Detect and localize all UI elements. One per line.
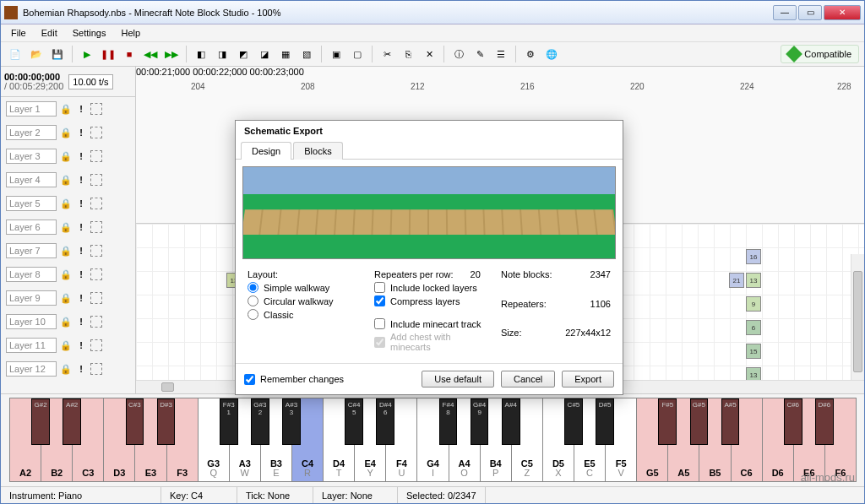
layer-name-input[interactable] bbox=[6, 290, 57, 306]
lock-icon[interactable]: 🔒 bbox=[60, 151, 72, 162]
piano-key-G#3[interactable]: G#3 2 bbox=[251, 398, 269, 445]
solo-icon[interactable]: ! bbox=[75, 151, 87, 161]
deselect-icon[interactable]: ▢ bbox=[348, 45, 367, 63]
edit-icon[interactable]: ✎ bbox=[471, 45, 489, 63]
select-icon[interactable] bbox=[90, 268, 102, 280]
lock-icon[interactable]: 🔒 bbox=[60, 198, 72, 209]
cb-include-locked[interactable]: Include locked layers bbox=[374, 282, 484, 293]
cut-icon[interactable]: ✂ bbox=[378, 45, 396, 63]
select-icon[interactable] bbox=[90, 150, 102, 162]
piano-key-D5[interactable]: D5XC#5 bbox=[542, 398, 574, 482]
select-icon[interactable] bbox=[90, 127, 102, 138]
pause-icon[interactable]: ❚❚ bbox=[99, 45, 117, 63]
select-icon[interactable] bbox=[90, 245, 102, 257]
piano-key-D4[interactable]: D4TC#4 5 bbox=[323, 398, 355, 482]
select-all-icon[interactable]: ▣ bbox=[327, 45, 345, 63]
tab-blocks[interactable]: Blocks bbox=[293, 142, 342, 160]
lock-icon[interactable]: 🔒 bbox=[60, 175, 72, 186]
radio-classic[interactable]: Classic bbox=[248, 309, 357, 320]
piano-key-G#5[interactable]: G#5 bbox=[690, 398, 709, 445]
note-block[interactable]: 13 bbox=[746, 367, 761, 380]
piano-key-D#3[interactable]: D#3 bbox=[157, 398, 176, 445]
solo-icon[interactable]: ! bbox=[75, 293, 87, 303]
piano-key-G4[interactable]: G4IF#4 8 bbox=[416, 398, 449, 482]
info-icon[interactable]: ⓘ bbox=[449, 45, 468, 63]
layer-name-input[interactable] bbox=[6, 219, 57, 235]
select-icon[interactable] bbox=[90, 316, 102, 328]
note-block[interactable]: 15 bbox=[746, 344, 761, 359]
layer-name-input[interactable] bbox=[6, 149, 57, 164]
select-icon[interactable] bbox=[90, 174, 102, 186]
piano-key-D#5[interactable]: D#5 bbox=[596, 398, 614, 445]
solo-icon[interactable]: ! bbox=[75, 175, 87, 185]
forward-icon[interactable]: ▶▶ bbox=[162, 45, 181, 63]
note-block[interactable]: 21 bbox=[729, 273, 744, 288]
solo-icon[interactable]: ! bbox=[75, 104, 87, 114]
lock-icon[interactable]: 🔒 bbox=[60, 246, 72, 257]
tps-box[interactable]: 10.00 t/s bbox=[68, 74, 112, 89]
solo-icon[interactable]: ! bbox=[75, 364, 87, 374]
scrollbar-vertical[interactable] bbox=[851, 254, 864, 380]
note-block[interactable]: 6 bbox=[746, 320, 761, 335]
tool6-icon[interactable]: ▧ bbox=[297, 45, 316, 63]
note-block[interactable]: 13 bbox=[746, 273, 761, 288]
open-icon[interactable]: 📂 bbox=[27, 45, 46, 63]
play-icon[interactable]: ▶ bbox=[78, 45, 96, 63]
tool1-icon[interactable]: ◧ bbox=[192, 45, 210, 63]
maximize-button[interactable]: ▭ bbox=[798, 5, 822, 20]
use-default-button[interactable]: Use default bbox=[422, 371, 494, 387]
globe-icon[interactable]: 🌐 bbox=[542, 45, 561, 63]
solo-icon[interactable]: ! bbox=[75, 222, 87, 232]
menu-edit[interactable]: Edit bbox=[35, 26, 64, 40]
select-icon[interactable] bbox=[90, 292, 102, 304]
minimize-button[interactable]: — bbox=[773, 5, 797, 20]
export-button[interactable]: Export bbox=[562, 371, 614, 387]
select-icon[interactable] bbox=[90, 198, 102, 209]
layer-name-input[interactable] bbox=[6, 125, 57, 140]
solo-icon[interactable]: ! bbox=[75, 317, 87, 327]
piano-key-C#4[interactable]: C#4 5 bbox=[345, 398, 363, 445]
lock-icon[interactable]: 🔒 bbox=[60, 293, 72, 304]
lock-icon[interactable]: 🔒 bbox=[60, 104, 72, 115]
tool5-icon[interactable]: ▦ bbox=[276, 45, 295, 63]
note-block[interactable]: 9 bbox=[746, 296, 761, 312]
layer-name-input[interactable] bbox=[6, 361, 57, 377]
select-icon[interactable] bbox=[90, 363, 102, 375]
piano-key-F#5[interactable]: F#5 bbox=[658, 398, 677, 445]
piano-key-D#4[interactable]: D#4 6 bbox=[376, 398, 394, 445]
cb-remember[interactable]: Remember changes bbox=[244, 374, 344, 385]
layer-name-input[interactable] bbox=[6, 101, 57, 117]
solo-icon[interactable]: ! bbox=[75, 127, 87, 138]
piano-key-G3[interactable]: G3QF#3 1 bbox=[198, 398, 230, 482]
tab-design[interactable]: Design bbox=[241, 142, 291, 160]
piano-key-C#6[interactable]: C#6 bbox=[784, 398, 802, 445]
save-icon[interactable]: 💾 bbox=[48, 45, 67, 63]
lock-icon[interactable]: 🔒 bbox=[60, 269, 72, 280]
radio-circular-walkway[interactable]: Circular walkway bbox=[248, 295, 357, 306]
settings-icon[interactable]: ⚙ bbox=[521, 45, 540, 63]
radio-simple-walkway[interactable]: Simple walkway bbox=[248, 282, 357, 293]
piano-key-A#4[interactable]: A#4 bbox=[502, 398, 520, 445]
select-icon[interactable] bbox=[90, 103, 102, 115]
solo-icon[interactable]: ! bbox=[75, 340, 87, 350]
piano-key-D#6[interactable]: D#6 bbox=[815, 398, 834, 445]
lock-icon[interactable]: 🔒 bbox=[60, 222, 72, 233]
layer-name-input[interactable] bbox=[6, 243, 57, 258]
titlebar[interactable]: Bohemian Rhapsody.nbs - Minecraft Note B… bbox=[1, 1, 864, 24]
piano-key-D3[interactable]: D3C#3 bbox=[103, 398, 135, 482]
layer-name-input[interactable] bbox=[6, 267, 57, 282]
layer-name-input[interactable] bbox=[6, 172, 57, 187]
piano-key-C#3[interactable]: C#3 bbox=[126, 398, 144, 445]
menu-help[interactable]: Help bbox=[114, 26, 147, 40]
piano-key-A#2[interactable]: A#2 bbox=[63, 398, 81, 445]
copy-icon[interactable]: ⎘ bbox=[399, 45, 417, 63]
note-block[interactable]: 16 bbox=[746, 249, 761, 264]
cancel-button[interactable]: Cancel bbox=[501, 371, 555, 387]
piano-key-A2[interactable]: A2G#2 bbox=[9, 398, 41, 482]
cb-compress-layers[interactable]: Compress layers bbox=[374, 295, 484, 306]
select-icon[interactable] bbox=[90, 339, 102, 351]
lock-icon[interactable]: 🔒 bbox=[60, 317, 72, 328]
piano-key-C#5[interactable]: C#5 bbox=[564, 398, 583, 445]
instruments-icon[interactable]: ☰ bbox=[492, 45, 510, 63]
new-icon[interactable]: 📄 bbox=[6, 45, 24, 63]
